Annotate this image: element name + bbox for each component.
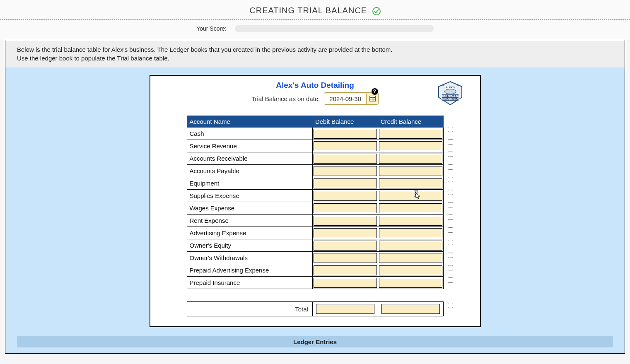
row-checkbox[interactable] — [448, 202, 453, 207]
credit-input[interactable] — [379, 278, 442, 288]
total-credit-input[interactable] — [381, 304, 440, 314]
row-checkbox[interactable] — [448, 177, 453, 182]
credit-input[interactable] — [379, 228, 442, 238]
credit-input[interactable] — [379, 178, 442, 188]
table-row: Prepaid Insurance — [187, 277, 443, 289]
credit-input[interactable] — [379, 265, 442, 275]
trial-balance-table-wrapper: Account Name Debit Balance Credit Balanc… — [187, 111, 455, 289]
trial-balance-sheet: Alex's Auto Detailing Trial Balance as o… — [150, 75, 481, 327]
credit-input[interactable] — [379, 203, 442, 213]
table-row: Supplies Expense — [187, 190, 443, 202]
date-value: 2024-09-30 — [324, 94, 367, 104]
account-name-cell: Prepaid Insurance — [187, 277, 312, 289]
trial-balance-table: Account Name Debit Balance Credit Balanc… — [187, 116, 444, 289]
row-checkbox[interactable] — [448, 265, 453, 270]
table-row: Rent Expense — [187, 215, 443, 227]
row-checkbox[interactable] — [448, 240, 453, 245]
debit-input[interactable] — [314, 129, 377, 139]
account-name-cell: Service Revenue — [187, 140, 312, 152]
svg-text:AUTO DETAILING: AUTO DETAILING — [440, 95, 459, 97]
table-row: Prepaid Advertising Expense — [187, 264, 443, 277]
total-label: Total — [187, 302, 312, 316]
table-row: Accounts Payable — [187, 165, 443, 177]
row-checkbox[interactable] — [448, 139, 453, 145]
debit-input[interactable] — [314, 265, 377, 275]
table-row: Advertising Expense — [187, 227, 443, 239]
company-title: Alex's Auto Detailing — [154, 81, 476, 90]
trial-balance-date-label: Trial Balance as on date: — [251, 95, 320, 102]
credit-input[interactable] — [379, 129, 442, 139]
credit-input[interactable] — [379, 141, 442, 151]
debit-input[interactable] — [314, 166, 377, 176]
row-checkbox[interactable] — [448, 127, 453, 132]
debit-input[interactable] — [314, 241, 377, 251]
debit-input[interactable] — [314, 154, 377, 164]
svg-text:$: $ — [457, 83, 459, 87]
table-row: Wages Expense — [187, 202, 443, 215]
activity-frame: Below is the trial balance table for Ale… — [5, 40, 625, 354]
credit-input[interactable] — [379, 154, 442, 164]
account-name-cell: Owner's Withdrawals — [187, 252, 312, 264]
instruction-line-2: Use the ledger book to populate the Tria… — [17, 55, 613, 62]
score-progress-bar — [235, 25, 434, 32]
table-row: Equipment — [187, 177, 443, 190]
credit-input[interactable] — [379, 191, 442, 201]
row-checkbox[interactable] — [448, 215, 453, 220]
col-header-account: Account Name — [187, 116, 312, 128]
account-name-cell: Supplies Expense — [187, 190, 312, 202]
check-circle-icon — [372, 7, 381, 15]
total-row-checkbox[interactable] — [448, 303, 453, 308]
account-name-cell: Accounts Receivable — [187, 152, 312, 165]
row-checkbox[interactable] — [448, 152, 453, 157]
totals-table: Total — [187, 301, 444, 316]
ledger-entries-header[interactable]: Ledger Entries — [17, 336, 613, 347]
account-name-cell: Wages Expense — [187, 202, 312, 215]
company-logo: ALEX'S AUTO DETAILING ACCOUNTING LAB $ $ — [435, 81, 465, 106]
debit-input[interactable] — [314, 228, 377, 238]
row-checkbox[interactable] — [448, 190, 453, 195]
total-debit-input[interactable] — [316, 304, 374, 314]
table-row: Cash — [187, 128, 443, 140]
totals-row-wrapper: Total — [187, 294, 455, 316]
trial-balance-date-picker[interactable]: 2024-09-30 — [324, 92, 379, 105]
account-name-cell: Equipment — [187, 177, 312, 190]
account-name-cell: Prepaid Advertising Expense — [187, 264, 312, 277]
row-checkbox[interactable] — [448, 164, 453, 170]
svg-point-2 — [444, 89, 456, 94]
credit-input[interactable] — [379, 241, 442, 251]
page-title: CREATING TRIAL BALANCE — [249, 6, 367, 15]
calendar-icon-button[interactable] — [367, 96, 378, 101]
debit-input[interactable] — [314, 141, 377, 151]
debit-input[interactable] — [314, 178, 377, 188]
row-checkbox[interactable] — [448, 277, 453, 283]
credit-input[interactable] — [379, 253, 442, 263]
account-name-cell: Cash — [187, 128, 312, 140]
svg-text:ACCOUNTING LAB: ACCOUNTING LAB — [441, 98, 460, 100]
instructions-panel: Below is the trial balance table for Ale… — [5, 40, 625, 67]
account-name-cell: Rent Expense — [187, 215, 312, 227]
row-checkbox[interactable] — [448, 253, 453, 258]
help-icon[interactable]: ? — [372, 88, 378, 95]
debit-input[interactable] — [314, 203, 377, 213]
table-row: Service Revenue — [187, 140, 443, 152]
calendar-icon — [369, 96, 376, 101]
svg-text:$: $ — [442, 83, 444, 87]
table-row: Owner's Withdrawals — [187, 252, 443, 264]
account-name-cell: Advertising Expense — [187, 227, 312, 239]
debit-input[interactable] — [314, 216, 377, 226]
number-spinner[interactable]: ▲▼ — [414, 190, 418, 197]
debit-input[interactable] — [314, 278, 377, 288]
credit-input[interactable] — [379, 216, 442, 226]
table-row: Accounts Receivable — [187, 152, 443, 165]
table-row: Owner's Equity — [187, 239, 443, 252]
row-checkbox[interactable] — [448, 227, 453, 233]
debit-input[interactable] — [314, 191, 377, 201]
account-name-cell: Accounts Payable — [187, 165, 312, 177]
col-header-credit: Credit Balance — [378, 116, 443, 128]
debit-input[interactable] — [314, 253, 377, 263]
svg-text:ALEX'S: ALEX'S — [446, 86, 454, 89]
credit-input[interactable] — [379, 166, 442, 176]
score-label: Your Score: — [196, 25, 227, 32]
col-header-debit: Debit Balance — [312, 116, 378, 128]
account-name-cell: Owner's Equity — [187, 239, 312, 252]
